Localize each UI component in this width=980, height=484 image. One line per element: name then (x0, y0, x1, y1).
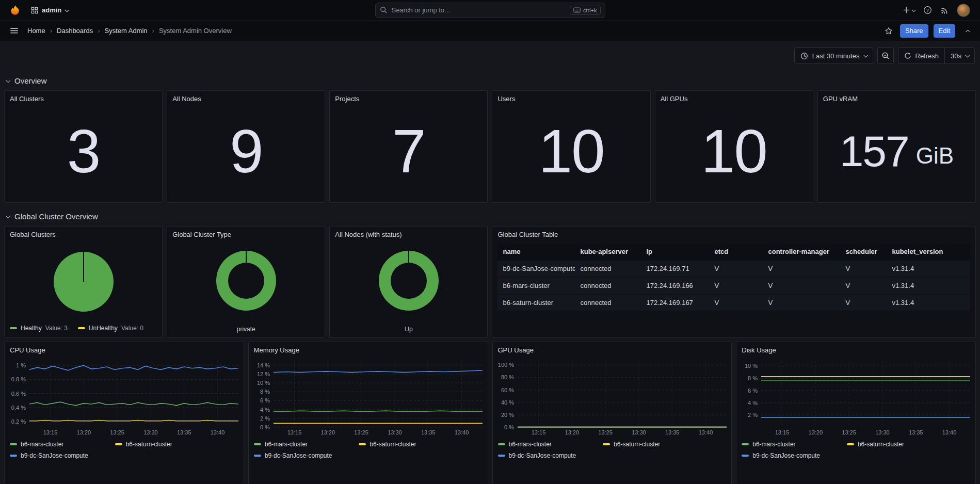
legend-item[interactable]: b9-dc-SanJose-compute (254, 452, 359, 459)
panel-title[interactable]: GPU vRAM (818, 91, 975, 105)
svg-text:?: ? (926, 8, 929, 13)
panel-users: Users 10 (492, 90, 650, 203)
edit-button[interactable]: Edit (934, 24, 955, 38)
column-header[interactable]: etcd (709, 244, 763, 260)
chevron-down-icon (911, 8, 915, 12)
legend-item[interactable]: b6-mars-cluster (254, 441, 359, 448)
table-cell: V (840, 261, 887, 277)
svg-text:13:25: 13:25 (598, 429, 613, 435)
org-switcher[interactable]: admin (31, 6, 68, 14)
panel-title[interactable]: Global Cluster Table (492, 227, 975, 240)
stat-value: 10 (538, 121, 604, 182)
legend-label: b9-dc-SanJose-compute (265, 452, 332, 459)
panel-title[interactable]: All GPUs (655, 91, 813, 105)
refresh-button[interactable]: Refresh (898, 48, 945, 63)
panel-gpu-vram: GPU vRAM 157 GiB (817, 90, 976, 203)
collapse-toolbar-button[interactable] (963, 25, 973, 37)
breadcrumb-home[interactable]: Home (27, 27, 57, 35)
new-button[interactable] (900, 4, 918, 17)
refresh-interval-label: 30s (951, 52, 961, 60)
section-overview[interactable]: Overview (4, 71, 976, 90)
table-cell: 172.24.169.166 (641, 278, 709, 294)
user-menu-button[interactable] (954, 1, 973, 20)
legend-swatch (10, 327, 17, 329)
panel-title[interactable]: Global Cluster Type (167, 227, 325, 240)
zoom-out-button[interactable] (877, 47, 894, 64)
breadcrumb-bar: Home Dashboards System Admin System Admi… (0, 21, 980, 41)
user-avatar (957, 4, 970, 17)
stat-unit: GiB (916, 143, 954, 169)
panel-title[interactable]: Global Clusters (5, 227, 162, 240)
keyboard-icon (573, 7, 581, 13)
svg-text:0.4 %: 0.4 % (11, 405, 26, 411)
legend-item[interactable]: b6-saturn-cluster (603, 441, 708, 448)
refresh-interval-dropdown[interactable]: 30s (944, 48, 974, 63)
table-cell: v1.31.4 (887, 278, 970, 294)
donut-label[interactable]: private (167, 320, 325, 337)
global-search[interactable]: ctrl+k (375, 3, 605, 18)
time-range-picker[interactable]: Last 30 minutes (794, 47, 873, 64)
legend-swatch (10, 455, 17, 457)
panel-title[interactable]: Users (492, 91, 650, 105)
search-input[interactable] (392, 6, 566, 14)
legend-item[interactable]: b6-saturn-cluster (847, 441, 952, 448)
panel-title[interactable]: All Clusters (5, 91, 162, 105)
column-header[interactable]: controller-manager (763, 244, 840, 260)
legend-item[interactable]: b6-saturn-cluster (359, 441, 464, 448)
disk-usage-legend: b6-mars-clusterb6-saturn-clusterb9-dc-Sa… (736, 435, 975, 459)
breadcrumb-dashboards[interactable]: Dashboards (57, 27, 104, 35)
donut-label[interactable]: Up (330, 320, 487, 337)
svg-text:13:15: 13:15 (531, 429, 545, 435)
legend-label: Healthy (21, 325, 42, 332)
favorite-button[interactable] (882, 25, 895, 37)
legend-label: b6-saturn-cluster (858, 441, 904, 448)
legend-item[interactable]: b9-dc-SanJose-compute (10, 452, 115, 459)
legend-item[interactable]: Healthy Value: 3 (10, 325, 68, 332)
panel-title[interactable]: Memory Usage (249, 342, 488, 356)
svg-text:0 %: 0 % (504, 424, 514, 430)
panel-title[interactable]: Disk Usage (736, 342, 975, 356)
column-header[interactable]: scheduler (840, 244, 887, 260)
svg-text:8 %: 8 % (260, 389, 270, 395)
news-feed-button[interactable] (938, 4, 951, 17)
cpu-usage-legend: b6-mars-clusterb6-saturn-clusterb9-dc-Sa… (5, 435, 244, 459)
plus-icon (903, 6, 910, 14)
svg-text:13:30: 13:30 (388, 429, 402, 435)
share-button[interactable]: Share (900, 24, 928, 38)
nodes-status-donut (379, 251, 439, 311)
legend-item[interactable]: b6-saturn-cluster (115, 441, 220, 448)
legend-item[interactable]: b9-dc-SanJose-compute (498, 452, 603, 459)
legend-item[interactable]: UnHealthy Value: 0 (78, 325, 143, 332)
legend-swatch (359, 443, 366, 445)
panel-title[interactable]: Projects (330, 91, 487, 105)
mega-menu-toggle[interactable] (7, 24, 21, 38)
column-header[interactable]: ip (641, 244, 709, 260)
cluster-table-body: b9-dc-SanJose-computeconnected172.24.169… (497, 261, 970, 311)
table-cell: V (763, 278, 840, 294)
svg-text:13:20: 13:20 (565, 429, 579, 435)
legend-label: b6-saturn-cluster (126, 441, 172, 448)
column-header[interactable]: name (497, 244, 575, 260)
legend-label: b9-dc-SanJose-compute (752, 452, 820, 459)
section-title: Global Cluster Overview (14, 212, 98, 221)
refresh-icon (904, 52, 911, 59)
panel-title[interactable]: GPU Usage (493, 342, 732, 356)
chevron-up-icon (966, 29, 970, 34)
legend-item[interactable]: b6-mars-cluster (498, 441, 603, 448)
legend-item[interactable]: b9-dc-SanJose-compute (742, 452, 847, 459)
grafana-home-button[interactable] (7, 2, 24, 19)
svg-text:13:35: 13:35 (665, 429, 679, 435)
panel-title[interactable]: All Nodes (167, 91, 325, 105)
table-cell: connected (575, 261, 641, 277)
table-cell: V (709, 295, 763, 311)
legend-item[interactable]: b6-mars-cluster (742, 441, 847, 448)
column-header[interactable]: kubelet_version (887, 244, 970, 260)
help-button[interactable]: ? (921, 3, 935, 17)
legend-item[interactable]: b6-mars-cluster (10, 441, 115, 448)
svg-text:60 %: 60 % (501, 387, 513, 393)
panel-title[interactable]: CPU Usage (5, 342, 244, 356)
panel-title[interactable]: All Nodes (with status) (330, 227, 487, 240)
column-header[interactable]: kube-apiserver (575, 244, 641, 260)
section-global-cluster-overview[interactable]: Global Cluster Overview (4, 207, 976, 226)
breadcrumb-system-admin[interactable]: System Admin (104, 27, 158, 35)
